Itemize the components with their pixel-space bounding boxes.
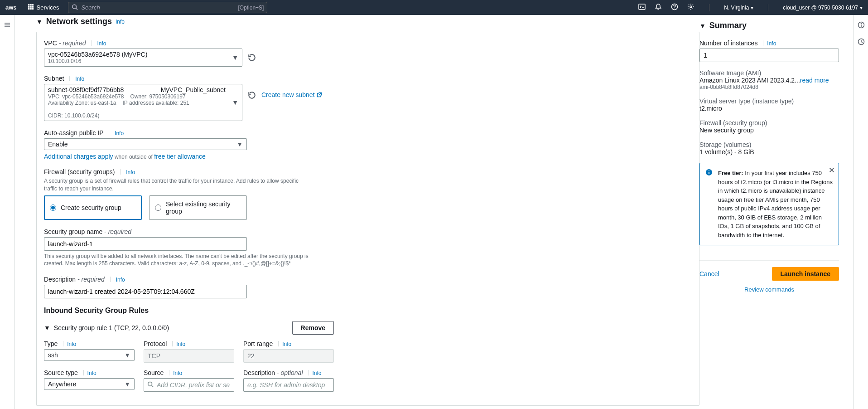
- menu-toggle-icon[interactable]: [4, 21, 11, 30]
- info-link[interactable]: Info: [87, 370, 96, 376]
- create-sg-radio[interactable]: Create security group: [44, 195, 142, 220]
- info-link[interactable]: Info: [173, 370, 182, 376]
- rule-type-select[interactable]: ssh ▼: [44, 349, 135, 361]
- account-menu[interactable]: cloud_user @ 9750-5030-6197 ▾: [783, 5, 863, 11]
- aws-logo[interactable]: aws: [5, 4, 17, 11]
- firewall-key: Firewall (security group): [699, 119, 839, 127]
- instancetype-value: t2.micro: [699, 105, 839, 112]
- radio-off-icon: [155, 204, 161, 211]
- services-button[interactable]: Services: [24, 2, 63, 13]
- svg-line-18: [152, 385, 154, 387]
- info-link[interactable]: Info: [126, 169, 135, 175]
- sgname-input[interactable]: [44, 237, 247, 251]
- num-instances-input[interactable]: [699, 49, 839, 62]
- svg-rect-6: [28, 8, 29, 10]
- info-link[interactable]: Info: [75, 76, 84, 82]
- info-link[interactable]: Info: [282, 341, 291, 347]
- srctype-value: Anywhere: [48, 380, 76, 388]
- svg-rect-1: [30, 4, 32, 6]
- autoip-select[interactable]: Enable ▼: [44, 138, 247, 150]
- source-input[interactable]: [144, 378, 234, 392]
- svg-point-17: [148, 382, 152, 386]
- autoip-label: Auto-assign public IP: [44, 129, 103, 136]
- freetier-link[interactable]: free tier allowance: [154, 153, 206, 160]
- free-tier-text: In your first year includes 750 hours of…: [718, 170, 833, 239]
- subnet-label: Subnet: [44, 75, 64, 82]
- instancetype-key: Virtual server type (instance type): [699, 97, 839, 105]
- select-sg-label: Select existing security group: [166, 200, 241, 215]
- ami-value: Amazon Linux 2023 AMI 2023.4.2...: [699, 77, 800, 84]
- vpc-select[interactable]: vpc-05246b53a6924e578 (MyVPC) 10.100.0.0…: [44, 49, 242, 67]
- chevron-down-icon: ▼: [236, 141, 243, 148]
- ruledesc-optional: - optional: [277, 369, 303, 376]
- free-tier-bold: Free tier:: [718, 170, 743, 176]
- charges-link[interactable]: Additional charges apply: [44, 153, 113, 160]
- radio-on-icon: [50, 204, 56, 211]
- info-link[interactable]: Info: [312, 370, 321, 376]
- svg-line-10: [76, 8, 78, 10]
- rule-type-value: ssh: [48, 351, 58, 359]
- clock-icon[interactable]: [858, 38, 865, 47]
- search-shortcut: [Option+S]: [238, 5, 264, 11]
- vpc-value: vpc-05246b53a6924e578 (MyVPC): [48, 51, 227, 58]
- vpc-label: VPC: [44, 39, 57, 47]
- account-label: cloud_user @ 9750-5030-6197: [783, 5, 858, 11]
- subnet-vpc: VPC: vpc-05246b53a6924e578: [48, 93, 124, 100]
- collapse-icon[interactable]: ▼: [699, 22, 706, 29]
- info-link[interactable]: Info: [67, 341, 76, 347]
- sgdesc-required: - required: [77, 276, 105, 283]
- vpc-cidr: 10.100.0.0/16: [48, 58, 227, 64]
- sgdesc-label: Description: [44, 276, 76, 283]
- svg-point-9: [72, 5, 77, 9]
- port-label: Port range: [243, 340, 273, 347]
- info-link[interactable]: Info: [115, 130, 124, 136]
- close-icon[interactable]: [829, 167, 835, 176]
- subnet-select[interactable]: subnet-098f0ef9df77b6bb8 MyVPC_Public_su…: [44, 84, 242, 121]
- services-label: Services: [37, 4, 59, 11]
- info-link[interactable]: Info: [767, 40, 776, 47]
- cloudshell-icon[interactable]: [638, 3, 646, 12]
- svg-rect-8: [32, 8, 34, 10]
- firewall-label: Firewall (security groups): [44, 168, 115, 175]
- refresh-vpc-button[interactable]: [248, 54, 256, 62]
- info-link[interactable]: Info: [97, 40, 106, 47]
- storage-key: Storage (volumes): [699, 141, 839, 148]
- read-more-link[interactable]: read more: [800, 77, 829, 84]
- svg-point-26: [861, 23, 861, 24]
- help-icon[interactable]: [671, 3, 678, 12]
- remove-button[interactable]: Remove: [292, 321, 334, 335]
- info-icon: [705, 169, 713, 179]
- cancel-button[interactable]: Cancel: [699, 268, 719, 280]
- subnet-owner: Owner: 975050306197: [130, 93, 185, 100]
- srctype-select[interactable]: Anywhere ▼: [44, 378, 135, 390]
- refresh-subnet-button[interactable]: [248, 91, 256, 99]
- collapse-icon[interactable]: ▼: [36, 18, 43, 25]
- region-selector[interactable]: N. Virginia ▾: [724, 5, 753, 11]
- ami-id: ami-0bb84b8ffd87024d8: [699, 84, 839, 90]
- select-sg-radio[interactable]: Select existing security group: [149, 195, 247, 220]
- svg-rect-5: [32, 6, 34, 8]
- proto-label: Protocol: [144, 340, 167, 347]
- ruledesc-input[interactable]: [243, 378, 334, 392]
- svg-rect-0: [28, 4, 29, 6]
- info-link[interactable]: Info: [176, 341, 185, 347]
- external-link-icon: [317, 92, 322, 97]
- sgdesc-input[interactable]: [44, 285, 247, 298]
- charges-note: when outside of: [113, 154, 154, 160]
- create-subnet-text: Create new subnet: [261, 91, 315, 98]
- review-commands-link[interactable]: Review commands: [699, 286, 839, 293]
- firewall-help: A security group is a set of firewall ru…: [44, 177, 307, 193]
- create-subnet-link[interactable]: Create new subnet: [261, 91, 322, 98]
- chevron-down-icon: ▼: [232, 54, 238, 61]
- info-link[interactable]: Info: [116, 277, 125, 283]
- info-link[interactable]: Info: [116, 19, 125, 25]
- bell-icon[interactable]: [655, 3, 662, 12]
- info-panel-icon[interactable]: [858, 21, 865, 30]
- sgname-label: Security group name: [44, 228, 102, 235]
- type-label: Type: [44, 340, 58, 347]
- collapse-icon[interactable]: ▼: [44, 324, 50, 331]
- launch-instance-button[interactable]: Launch instance: [772, 267, 839, 281]
- subnet-az: Availability Zone: us-east-1a: [48, 100, 116, 106]
- vpc-required: - required: [59, 39, 86, 47]
- gear-icon[interactable]: [687, 3, 694, 12]
